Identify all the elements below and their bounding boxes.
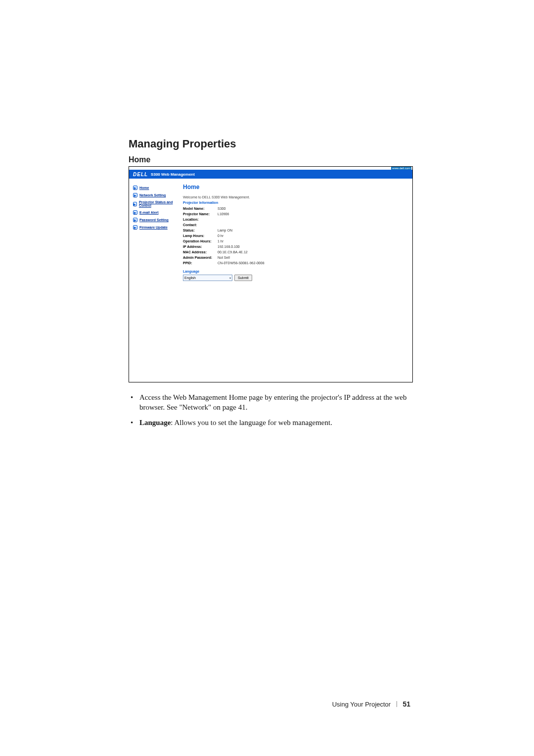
projector-info-heading: Projector Information — [183, 201, 407, 204]
bullet-prefix: Language — [139, 419, 171, 426]
info-key: Status: — [183, 228, 218, 233]
table-row: Model Name:S300 — [183, 206, 407, 211]
arrow-icon: ▶ — [133, 210, 137, 215]
info-key: PPID: — [183, 260, 218, 266]
footer-text: Using Your Projector — [332, 701, 391, 708]
sidebar-item-firmware-update[interactable]: ▶ Firmware Update — [133, 225, 179, 230]
dell-logo: DELL — [133, 172, 148, 177]
arrow-icon: ▶ — [133, 186, 137, 190]
info-key: Model Name: — [183, 206, 218, 211]
info-key: Contact: — [183, 222, 218, 228]
bullet-text: : Allows you to set the language for web… — [171, 419, 332, 426]
page-number: 51 — [402, 700, 410, 708]
table-row: MAC Address:00.1E.C9.BA.4E.12 — [183, 249, 407, 255]
projector-info-table: Model Name:S300 Projector Name:L10906 Lo… — [183, 206, 407, 266]
language-selected-value: English — [184, 276, 196, 280]
bullet-text: Access the Web Management Home page by e… — [139, 393, 406, 411]
arrow-icon: ▶ — [133, 225, 137, 230]
table-row: Status:Lamp ON — [183, 228, 407, 233]
page-footer: Using Your Projector 51 — [0, 700, 534, 708]
info-val: 192.168.0.100 — [218, 244, 240, 249]
info-val: CN-0TDW58-S0081-962-0008 — [218, 260, 265, 266]
subsection-heading: Home — [129, 155, 415, 164]
table-row: Projector Name:L10906 — [183, 211, 407, 217]
sidebar-item-label: Network Setting — [139, 193, 166, 197]
sidebar-item-label: Projector Status and Control — [139, 200, 179, 207]
table-row: Contact: — [183, 222, 407, 228]
sidebar-item-label: Home — [139, 186, 149, 189]
arrow-icon: ▶ — [133, 193, 137, 197]
table-row: Admin Password:Not Set! — [183, 255, 407, 260]
sidebar-item-label: E-mail Alert — [139, 211, 159, 214]
title-bar: DELL S300 Web Management — [129, 170, 412, 179]
info-key: Location: — [183, 217, 218, 222]
chevron-down-icon: ▾ — [229, 276, 231, 280]
info-val: L10906 — [218, 211, 229, 217]
welcome-text: Welcome to DELL S300 Web Management. — [183, 195, 407, 199]
info-key: MAC Address: — [183, 249, 218, 255]
sidebar-item-label: Firmware Update — [139, 226, 168, 229]
main-panel: Home Welcome to DELL S300 Web Management… — [181, 179, 412, 382]
table-row: PPID:CN-0TDW58-S0081-962-0008 — [183, 260, 407, 266]
info-key: Operation Hours: — [183, 238, 218, 244]
info-val: S300 — [218, 206, 225, 211]
footer-separator — [397, 701, 397, 707]
table-row: Lamp Hours:0 hr — [183, 233, 407, 238]
language-heading: Language — [183, 270, 407, 273]
sidebar-item-projector-status[interactable]: ▶ Projector Status and Control — [133, 200, 179, 207]
info-val: 0 hr — [218, 233, 223, 238]
sidebar-item-home[interactable]: ▶ Home — [133, 186, 179, 190]
info-key: Projector Name: — [183, 211, 218, 217]
bullet-item: Language: Allows you to set the language… — [139, 418, 415, 427]
submit-button[interactable]: Submit — [234, 275, 252, 281]
panel-title: Home — [183, 184, 407, 190]
sidebar-item-email-alert[interactable]: ▶ E-mail Alert — [133, 210, 179, 215]
arrow-icon: ▶ — [133, 202, 137, 206]
arrow-icon: ▶ — [133, 218, 137, 222]
sidebar-item-network-setting[interactable]: ▶ Network Setting — [133, 193, 179, 197]
web-management-screenshot: www.dell.com DELL S300 Web Management ▶ … — [129, 166, 413, 382]
info-val: Not Set! — [218, 255, 230, 260]
bullet-item: Access the Web Management Home page by e… — [139, 392, 415, 413]
info-key: Admin Password: — [183, 255, 218, 260]
description-list: Access the Web Management Home page by e… — [129, 392, 415, 427]
table-row: IP Address:192.168.0.100 — [183, 244, 407, 249]
sidebar-item-password-setting[interactable]: ▶ Password Setting — [133, 218, 179, 222]
info-key: IP Address: — [183, 244, 218, 249]
sidebar: ▶ Home ▶ Network Setting ▶ Projector Sta… — [129, 179, 181, 382]
table-row: Location: — [183, 217, 407, 222]
title-bar-text: S300 Web Management — [151, 172, 195, 177]
info-key: Lamp Hours: — [183, 233, 218, 238]
language-select[interactable]: English ▾ — [183, 275, 232, 281]
info-val: 1 hr — [218, 238, 223, 244]
section-heading: Managing Properties — [129, 138, 415, 150]
info-val: Lamp ON — [218, 228, 232, 233]
sidebar-item-label: Password Setting — [139, 218, 169, 222]
table-row: Operation Hours:1 hr — [183, 238, 407, 244]
info-val: 00.1E.C9.BA.4E.12 — [218, 249, 248, 255]
